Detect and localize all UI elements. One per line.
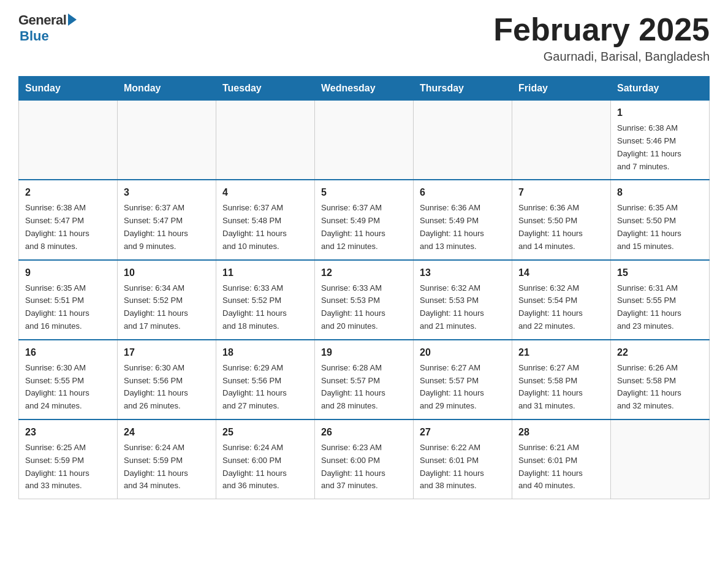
day-info: Sunrise: 6:33 AM Sunset: 5:53 PM Dayligh… xyxy=(321,282,407,333)
table-row: 6Sunrise: 6:36 AM Sunset: 5:49 PM Daylig… xyxy=(414,180,512,259)
day-info: Sunrise: 6:36 AM Sunset: 5:50 PM Dayligh… xyxy=(518,202,604,253)
day-info: Sunrise: 6:33 AM Sunset: 5:52 PM Dayligh… xyxy=(222,282,308,333)
day-info: Sunrise: 6:35 AM Sunset: 5:50 PM Dayligh… xyxy=(617,202,703,253)
day-number: 3 xyxy=(124,185,210,200)
calendar-week-row: 23Sunrise: 6:25 AM Sunset: 5:59 PM Dayli… xyxy=(19,419,710,499)
day-number: 27 xyxy=(420,425,506,440)
table-row: 19Sunrise: 6:28 AM Sunset: 5:57 PM Dayli… xyxy=(315,340,414,419)
table-row: 2Sunrise: 6:38 AM Sunset: 5:47 PM Daylig… xyxy=(19,180,118,259)
day-number: 10 xyxy=(124,266,210,280)
day-info: Sunrise: 6:28 AM Sunset: 5:57 PM Dayligh… xyxy=(321,362,407,413)
table-row: 20Sunrise: 6:27 AM Sunset: 5:57 PM Dayli… xyxy=(414,340,512,419)
calendar-week-row: 16Sunrise: 6:30 AM Sunset: 5:55 PM Dayli… xyxy=(19,340,710,419)
table-row: 18Sunrise: 6:29 AM Sunset: 5:56 PM Dayli… xyxy=(216,340,315,419)
day-info: Sunrise: 6:24 AM Sunset: 6:00 PM Dayligh… xyxy=(222,442,308,492)
day-info: Sunrise: 6:36 AM Sunset: 5:49 PM Dayligh… xyxy=(420,202,506,253)
table-row: 12Sunrise: 6:33 AM Sunset: 5:53 PM Dayli… xyxy=(315,260,414,340)
table-row: 15Sunrise: 6:31 AM Sunset: 5:55 PM Dayli… xyxy=(611,260,710,340)
day-number: 5 xyxy=(321,185,407,200)
calendar-header-row: Sunday Monday Tuesday Wednesday Thursday… xyxy=(19,77,710,101)
table-row: 14Sunrise: 6:32 AM Sunset: 5:54 PM Dayli… xyxy=(512,260,611,340)
day-number: 19 xyxy=(321,345,407,360)
title-section: February 2025 Gaurnadi, Barisal, Banglad… xyxy=(493,12,710,64)
table-row xyxy=(315,101,414,180)
day-info: Sunrise: 6:32 AM Sunset: 5:53 PM Dayligh… xyxy=(420,282,506,333)
table-row: 8Sunrise: 6:35 AM Sunset: 5:50 PM Daylig… xyxy=(611,180,710,259)
page-header: General Blue February 2025 Gaurnadi, Bar… xyxy=(18,12,710,64)
table-row xyxy=(118,101,216,180)
day-number: 8 xyxy=(617,185,703,200)
table-row: 17Sunrise: 6:30 AM Sunset: 5:56 PM Dayli… xyxy=(118,340,216,419)
calendar-table: Sunday Monday Tuesday Wednesday Thursday… xyxy=(18,76,710,499)
day-info: Sunrise: 6:31 AM Sunset: 5:55 PM Dayligh… xyxy=(617,282,703,333)
table-row: 16Sunrise: 6:30 AM Sunset: 5:55 PM Dayli… xyxy=(19,340,118,419)
day-info: Sunrise: 6:38 AM Sunset: 5:46 PM Dayligh… xyxy=(617,122,703,173)
day-info: Sunrise: 6:37 AM Sunset: 5:47 PM Dayligh… xyxy=(124,202,210,253)
day-info: Sunrise: 6:29 AM Sunset: 5:56 PM Dayligh… xyxy=(222,362,308,413)
day-number: 1 xyxy=(617,105,703,120)
header-tuesday: Tuesday xyxy=(216,77,315,101)
day-info: Sunrise: 6:27 AM Sunset: 5:58 PM Dayligh… xyxy=(518,362,604,413)
day-number: 22 xyxy=(617,345,703,360)
day-number: 9 xyxy=(25,266,111,280)
day-number: 20 xyxy=(420,345,506,360)
table-row: 4Sunrise: 6:37 AM Sunset: 5:48 PM Daylig… xyxy=(216,180,315,259)
day-info: Sunrise: 6:24 AM Sunset: 5:59 PM Dayligh… xyxy=(124,442,210,492)
day-number: 18 xyxy=(222,345,308,360)
day-info: Sunrise: 6:22 AM Sunset: 6:01 PM Dayligh… xyxy=(420,442,506,492)
day-number: 4 xyxy=(222,185,308,200)
day-info: Sunrise: 6:35 AM Sunset: 5:51 PM Dayligh… xyxy=(25,282,111,333)
day-number: 23 xyxy=(25,425,111,440)
table-row: 7Sunrise: 6:36 AM Sunset: 5:50 PM Daylig… xyxy=(512,180,611,259)
table-row: 5Sunrise: 6:37 AM Sunset: 5:49 PM Daylig… xyxy=(315,180,414,259)
day-number: 15 xyxy=(617,266,703,280)
day-number: 28 xyxy=(518,425,604,440)
day-info: Sunrise: 6:30 AM Sunset: 5:56 PM Dayligh… xyxy=(124,362,210,413)
day-info: Sunrise: 6:38 AM Sunset: 5:47 PM Dayligh… xyxy=(25,202,111,253)
day-info: Sunrise: 6:25 AM Sunset: 5:59 PM Dayligh… xyxy=(25,442,111,492)
table-row xyxy=(512,101,611,180)
header-sunday: Sunday xyxy=(19,77,118,101)
day-number: 13 xyxy=(420,266,506,280)
day-number: 7 xyxy=(518,185,604,200)
table-row: 13Sunrise: 6:32 AM Sunset: 5:53 PM Dayli… xyxy=(414,260,512,340)
table-row: 25Sunrise: 6:24 AM Sunset: 6:00 PM Dayli… xyxy=(216,419,315,499)
table-row: 3Sunrise: 6:37 AM Sunset: 5:47 PM Daylig… xyxy=(118,180,216,259)
table-row: 22Sunrise: 6:26 AM Sunset: 5:58 PM Dayli… xyxy=(611,340,710,419)
day-info: Sunrise: 6:37 AM Sunset: 5:49 PM Dayligh… xyxy=(321,202,407,253)
logo-general-text: General xyxy=(18,12,66,28)
day-number: 26 xyxy=(321,425,407,440)
calendar-week-row: 1Sunrise: 6:38 AM Sunset: 5:46 PM Daylig… xyxy=(19,101,710,180)
logo: General Blue xyxy=(18,12,77,44)
table-row: 24Sunrise: 6:24 AM Sunset: 5:59 PM Dayli… xyxy=(118,419,216,499)
day-info: Sunrise: 6:30 AM Sunset: 5:55 PM Dayligh… xyxy=(25,362,111,413)
table-row: 26Sunrise: 6:23 AM Sunset: 6:00 PM Dayli… xyxy=(315,419,414,499)
header-saturday: Saturday xyxy=(611,77,710,101)
table-row xyxy=(414,101,512,180)
day-info: Sunrise: 6:21 AM Sunset: 6:01 PM Dayligh… xyxy=(518,442,604,492)
calendar-week-row: 9Sunrise: 6:35 AM Sunset: 5:51 PM Daylig… xyxy=(19,260,710,340)
day-number: 17 xyxy=(124,345,210,360)
day-info: Sunrise: 6:32 AM Sunset: 5:54 PM Dayligh… xyxy=(518,282,604,333)
logo-blue-text: Blue xyxy=(20,28,49,44)
day-number: 16 xyxy=(25,345,111,360)
day-info: Sunrise: 6:34 AM Sunset: 5:52 PM Dayligh… xyxy=(124,282,210,333)
month-title: February 2025 xyxy=(493,12,710,47)
header-wednesday: Wednesday xyxy=(315,77,414,101)
day-number: 21 xyxy=(518,345,604,360)
table-row xyxy=(611,419,710,499)
table-row: 10Sunrise: 6:34 AM Sunset: 5:52 PM Dayli… xyxy=(118,260,216,340)
day-info: Sunrise: 6:37 AM Sunset: 5:48 PM Dayligh… xyxy=(222,202,308,253)
table-row: 1Sunrise: 6:38 AM Sunset: 5:46 PM Daylig… xyxy=(611,101,710,180)
day-number: 14 xyxy=(518,266,604,280)
table-row xyxy=(19,101,118,180)
day-number: 12 xyxy=(321,266,407,280)
day-number: 2 xyxy=(25,185,111,200)
day-number: 11 xyxy=(222,266,308,280)
day-info: Sunrise: 6:27 AM Sunset: 5:57 PM Dayligh… xyxy=(420,362,506,413)
table-row: 9Sunrise: 6:35 AM Sunset: 5:51 PM Daylig… xyxy=(19,260,118,340)
day-number: 25 xyxy=(222,425,308,440)
table-row: 27Sunrise: 6:22 AM Sunset: 6:01 PM Dayli… xyxy=(414,419,512,499)
calendar-week-row: 2Sunrise: 6:38 AM Sunset: 5:47 PM Daylig… xyxy=(19,180,710,259)
table-row xyxy=(216,101,315,180)
